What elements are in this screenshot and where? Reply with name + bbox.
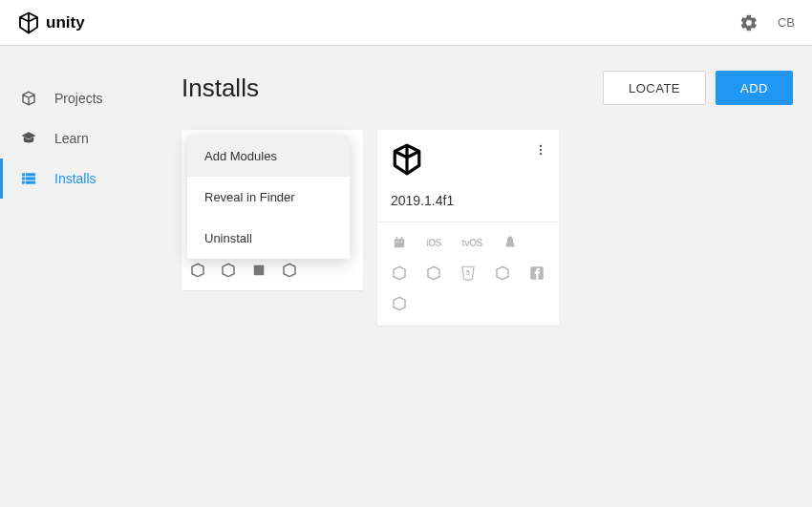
svg-point-9 (540, 153, 542, 155)
sidebar-item-label: Learn (54, 131, 89, 146)
unity-cube-icon (17, 11, 40, 34)
tvos-icon: tvOS (459, 234, 484, 251)
menu-add-modules[interactable]: Add Modules (187, 136, 350, 177)
platform-icon (220, 262, 237, 279)
svg-rect-1 (26, 174, 35, 176)
svg-rect-4 (22, 181, 24, 183)
install-card: 2019.1.4f1 iOS tvOS 5 (377, 130, 559, 326)
svg-rect-0 (22, 174, 24, 176)
sidebar-item-label: Projects (54, 91, 103, 106)
unity-platform-icon (425, 264, 442, 282)
brand-text: unity (46, 13, 85, 32)
unity-cube-icon (391, 143, 545, 180)
linux-icon (502, 234, 519, 251)
svg-rect-5 (26, 181, 35, 183)
platform-icon (189, 262, 206, 279)
app-header: unity CB (0, 0, 812, 46)
add-button[interactable]: ADD (716, 71, 793, 105)
list-icon (20, 170, 37, 187)
sidebar-item-label: Installs (54, 171, 96, 186)
facebook-icon (528, 264, 545, 282)
locate-button[interactable]: LOCATE (603, 71, 706, 105)
install-version: 2019.1.4f1 (377, 189, 559, 222)
unity-logo: unity (17, 11, 85, 34)
cube-icon (20, 90, 37, 107)
platform-icon (250, 262, 267, 279)
install-card: Add Modules Reveal in Finder Uninstall (182, 130, 363, 290)
platform-row: iOS tvOS 5 (377, 222, 559, 326)
html5-icon: 5 (459, 264, 477, 282)
sidebar: Projects Learn Installs (0, 46, 172, 507)
svg-text:5: 5 (466, 269, 470, 276)
gear-icon[interactable] (739, 13, 759, 32)
svg-rect-2 (22, 178, 24, 180)
sidebar-item-installs[interactable]: Installs (0, 158, 172, 199)
svg-point-8 (540, 149, 542, 151)
kebab-icon[interactable] (532, 141, 549, 158)
platform-icon (281, 262, 298, 279)
svg-point-11 (401, 242, 403, 243)
unity-platform-icon (391, 264, 408, 282)
unity-platform-icon (391, 295, 408, 312)
svg-rect-6 (254, 265, 265, 276)
menu-uninstall[interactable]: Uninstall (187, 218, 350, 259)
graduation-cap-icon (20, 130, 37, 147)
sidebar-item-projects[interactable]: Projects (0, 78, 172, 118)
user-initials[interactable]: CB (778, 15, 795, 30)
ios-icon: iOS (425, 234, 442, 251)
svg-point-7 (540, 145, 542, 147)
android-icon (391, 234, 408, 251)
svg-rect-3 (26, 178, 35, 180)
unity-platform-icon (494, 264, 511, 282)
sidebar-item-learn[interactable]: Learn (0, 118, 172, 158)
menu-reveal-in-finder[interactable]: Reveal in Finder (187, 177, 350, 218)
install-context-menu: Add Modules Reveal in Finder Uninstall (187, 136, 350, 259)
platform-row-partial (189, 262, 298, 279)
page-title: Installs (182, 74, 259, 103)
svg-point-10 (396, 242, 398, 243)
